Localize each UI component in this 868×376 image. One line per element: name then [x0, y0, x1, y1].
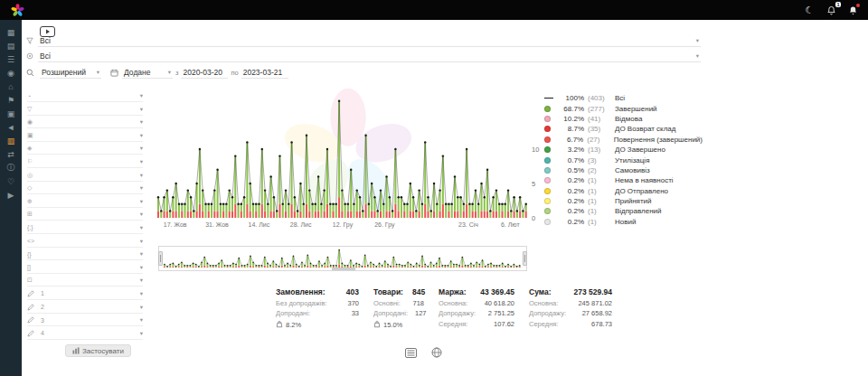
orders-dynamics-chart[interactable]: 051017. Жов31. Жов14. Лис28. Лис12. Гру2… — [156, 86, 546, 230]
filter-custom-3-select[interactable]: {}▾ — [27, 249, 143, 260]
filter-warehouse-icon: ⊞ — [27, 211, 40, 218]
filter-funnel-select[interactable]: ▽▾ — [27, 104, 143, 116]
stats-sub-row: Допродані:127 — [373, 309, 424, 317]
stats-sub-label: Без допродажів: — [276, 299, 327, 307]
sidebar-item-tags-icon[interactable]: ⚑ — [7, 93, 14, 107]
filter-source-select[interactable]: ◎▾ — [27, 170, 143, 182]
app-logo-icon[interactable] — [11, 4, 24, 17]
custom-field-3-select[interactable]: 3▾ — [27, 315, 143, 326]
date-to-input[interactable]: 2023-03-21 — [241, 66, 288, 79]
sidebar-item-integrations-icon[interactable]: ⇄ — [7, 147, 14, 161]
legend-item[interactable]: 0.2%(1)Прийнятий — [544, 196, 703, 206]
filter-products-select[interactable]: ▣▾ — [27, 130, 143, 142]
legend-count: (27) — [587, 136, 612, 144]
filter-region-select[interactable]: ⊕▾ — [27, 196, 143, 208]
legend-item[interactable]: 8.7%(35)ДО Возврат склад — [544, 124, 703, 134]
pencil-icon — [27, 304, 40, 311]
date-type-select[interactable]: Додане ▾ — [122, 66, 173, 79]
legend-count: (3) — [588, 156, 613, 164]
sidebar-item-dashboard-icon[interactable]: ▦ — [7, 25, 15, 39]
legend-count: (1) — [588, 176, 613, 184]
filter-status-select[interactable]: ◔▾ — [27, 90, 143, 102]
date-from-label: з — [175, 69, 178, 77]
legend-percent: 10.2% — [557, 115, 584, 123]
chevron-down-icon: ▾ — [140, 92, 143, 99]
notifications-bell-icon[interactable]: 1 — [827, 5, 835, 15]
legend-percent: 0.5% — [557, 166, 584, 174]
sidebar-item-announcements-icon[interactable]: ◄ — [7, 120, 15, 134]
custom-field-2-select[interactable]: 2▾ — [27, 302, 143, 314]
sidebar-item-store-icon[interactable]: ⌂ — [8, 80, 13, 93]
search-icon[interactable] — [26, 69, 38, 77]
legend-item[interactable]: 100%(403)Всі — [544, 93, 703, 103]
legend-item[interactable]: 0.7%(3)Утилізація — [544, 155, 703, 164]
legend-item[interactable]: 6.7%(27)Повернення (завершений) — [544, 135, 703, 145]
custom-field-4-select[interactable]: 4▾ — [27, 328, 143, 340]
navigator-scrollbar[interactable] — [332, 268, 355, 270]
svg-text:28. Лис: 28. Лис — [290, 221, 312, 228]
chart-navigator[interactable] — [158, 246, 527, 271]
sidebar-item-catalog-icon[interactable]: ☰ — [7, 52, 14, 66]
sidebar-item-media-icon[interactable]: ▶ — [8, 188, 14, 202]
date-from-input[interactable]: 2020-03-20 — [181, 66, 228, 79]
legend-dot-icon — [544, 116, 557, 122]
global-filter-select-2[interactable]: Всі ▾ — [38, 50, 701, 62]
stats-sub-value: 107.62 — [494, 320, 514, 328]
chevron-down-icon: ▾ — [140, 316, 143, 324]
stats-sub-label: Допродані: — [373, 309, 408, 317]
sidebar-item-clients-icon[interactable]: ◉ — [7, 66, 14, 80]
filter-custom-1-select[interactable]: {;}▾ — [27, 222, 143, 234]
filter-custom-2-select[interactable]: <>▾ — [27, 236, 143, 248]
filter-manager-select[interactable]: ◉▾ — [27, 117, 143, 128]
legend-item[interactable]: 0.2%(1)Новий — [544, 217, 703, 227]
legend-dot-icon — [544, 219, 557, 225]
apply-button-label: Застосувати — [82, 347, 124, 355]
legend-item[interactable]: 10.2%(41)Відмова — [544, 114, 703, 124]
legend-label: ДО Завершено — [615, 146, 665, 154]
legend-label: ДО Возврат склад — [615, 125, 675, 133]
stats-sub-value: 678.73 — [591, 320, 612, 328]
legend-item[interactable]: 3.2%(13)ДО Завершено — [544, 145, 703, 155]
stats-sub-label: Основна: — [529, 299, 558, 307]
stats-sub-row: Без допродажів:370 — [276, 299, 359, 307]
filter-tags-select[interactable]: ⚐▾ — [27, 156, 143, 168]
filter-delivery-select[interactable]: ◇▾ — [27, 183, 143, 194]
map-view-icon[interactable] — [431, 347, 442, 358]
legend-dot-icon — [544, 198, 557, 204]
legend-count: (13) — [588, 146, 613, 154]
navigator-handle-right[interactable] — [523, 251, 527, 266]
legend-item[interactable]: 0.2%(1)Нема в наявності — [544, 175, 703, 185]
filter-warehouse-select[interactable]: ⊞▾ — [27, 209, 143, 221]
custom-field-1-select[interactable]: 1▾ — [27, 288, 143, 300]
sidebar-item-partners-icon[interactable]: ♡ — [7, 174, 14, 188]
legend-percent: 0.7% — [557, 156, 584, 164]
filter-custom-4-select[interactable]: []▾ — [27, 262, 143, 274]
sidebar-item-products-icon[interactable]: ▣ — [7, 107, 15, 120]
filter-custom-5-select[interactable]: ⊡▾ — [27, 275, 143, 287]
navigator-handle-left[interactable] — [158, 251, 163, 266]
apply-button[interactable]: Застосувати — [65, 344, 131, 357]
bar-chart-icon — [72, 347, 80, 354]
legend-item[interactable]: 0.5%(2)Самовивіз — [544, 165, 703, 175]
stats-sub-row: Середня:107.62 — [439, 320, 514, 328]
stats-sub-row: Основні:718 — [373, 299, 424, 307]
sidebar-item-orders-icon[interactable]: ▤ — [7, 39, 15, 52]
legend-item[interactable]: 68.7%(277)Завершений — [544, 103, 703, 113]
search-mode-select[interactable]: Розширений ▾ — [40, 66, 101, 79]
theme-icon[interactable]: ☾ — [805, 5, 814, 15]
stats-sub-value: 40 618.20 — [485, 299, 514, 307]
legend-item[interactable]: 0.2%(1)Відправлений — [544, 206, 703, 216]
filter-manager-icon: ◉ — [27, 118, 40, 126]
global-filter-select-1[interactable]: Всі ▾ — [38, 34, 701, 47]
bag-icon — [373, 320, 381, 330]
sidebar-item-info-icon[interactable]: ⓘ — [7, 161, 15, 174]
filter-payment-select[interactable]: ◈▾ — [27, 143, 143, 155]
alerts-bell-icon[interactable] — [849, 5, 857, 15]
table-view-icon[interactable] — [405, 347, 417, 358]
sidebar-item-statistics-icon[interactable]: ▥ — [7, 134, 15, 147]
legend-label: Прийнятий — [615, 197, 652, 205]
legend-count: (1) — [588, 197, 613, 205]
stats-sub-label: Допродажу: — [439, 309, 476, 317]
pencil-icon — [27, 330, 40, 337]
legend-item[interactable]: 0.2%(1)ДО Отправлено — [544, 186, 703, 196]
